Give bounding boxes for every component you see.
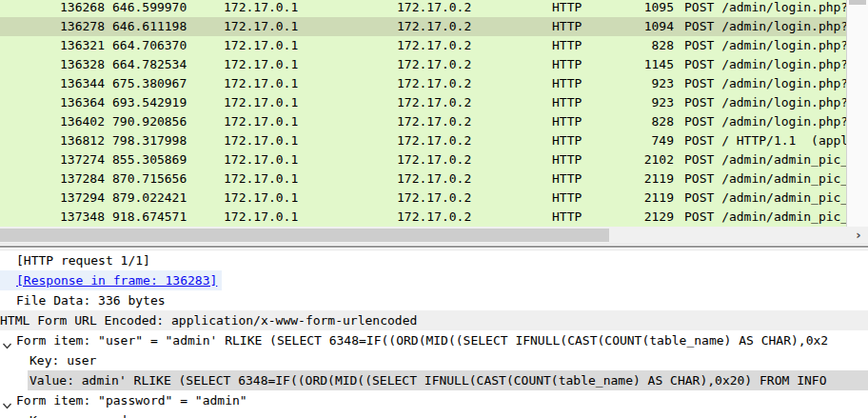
packet-info-cell: POST /admin/admin_pic_u (684, 189, 846, 208)
packet-time-cell: 870.715656 (112, 169, 187, 189)
packet-destination-cell: 172.17.0.2 (397, 112, 471, 131)
packet-length-cell: 1145 (562, 55, 674, 74)
packet-source-cell: 172.17.0.1 (224, 150, 298, 169)
packet-destination-cell: 172.17.0.2 (397, 169, 471, 189)
packet-length-cell: 2129 (562, 208, 674, 227)
packet-row[interactable]: 136321664.706370172.17.0.1172.17.0.2HTTP… (0, 36, 846, 55)
packet-no-cell: 136402 (0, 112, 105, 131)
packet-time-cell: 675.380967 (112, 74, 187, 93)
packet-row[interactable]: 137284870.715656172.17.0.1172.17.0.2HTTP… (0, 169, 846, 189)
detail-row[interactable]: File Data: 336 bytes (0, 290, 868, 310)
packet-no-cell: 137294 (0, 189, 105, 208)
packet-time-cell: 646.611198 (112, 17, 187, 36)
packet-no-cell: 136268 (0, 0, 105, 17)
chevron-down-icon[interactable] (2, 336, 12, 345)
packet-info-cell: POST /admin/login.php?a (684, 112, 846, 131)
packet-length-cell: 1094 (562, 17, 674, 36)
packet-time-cell: 855.305869 (112, 150, 187, 169)
packet-row[interactable]: 136278646.611198172.17.0.1172.17.0.2HTTP… (0, 17, 846, 36)
packet-list-rows: 136268646.599970172.17.0.1172.17.0.2HTTP… (0, 0, 846, 227)
detail-row[interactable]: Key: user (0, 350, 868, 370)
packet-info-cell: POST /admin/login.php?a (684, 74, 846, 93)
packet-time-cell: 918.674571 (112, 208, 187, 227)
packet-length-cell: 828 (562, 36, 674, 55)
packet-time-cell: 798.317998 (112, 131, 187, 150)
packet-time-cell: 879.022421 (112, 189, 187, 208)
packet-source-cell: 172.17.0.1 (224, 131, 298, 150)
packet-time-cell: 646.599970 (112, 0, 187, 17)
horizontal-scrollbar[interactable]: › (0, 227, 868, 244)
detail-row[interactable]: Form item: "password" = "admin" (0, 390, 868, 410)
packet-no-cell: 136321 (0, 36, 105, 55)
packet-info-cell: POST /admin/login.php?a (684, 55, 846, 74)
wireshark-window: 136268646.599970172.17.0.1172.17.0.2HTTP… (0, 0, 868, 418)
packet-length-cell: 2102 (562, 150, 674, 169)
packet-info-cell: POST /admin/login.php?a (684, 36, 846, 55)
packet-row[interactable]: 136268646.599970172.17.0.1172.17.0.2HTTP… (0, 0, 846, 17)
packet-info-cell: POST / HTTP/1.1 (appli (684, 131, 846, 150)
detail-row[interactable]: HTML Form URL Encoded: application/x-www… (0, 310, 868, 330)
packet-time-cell: 664.782534 (112, 55, 187, 74)
packet-row[interactable]: 136328664.782534172.17.0.1172.17.0.2HTTP… (0, 55, 846, 74)
packet-source-cell: 172.17.0.1 (224, 169, 298, 189)
packet-row[interactable]: 136402790.920856172.17.0.1172.17.0.2HTTP… (0, 112, 846, 131)
packet-length-cell: 749 (562, 131, 674, 150)
packet-no-cell: 136364 (0, 93, 105, 112)
packet-no-cell: 137348 (0, 208, 105, 227)
packet-info-cell: POST /admin/login.php?a (684, 0, 846, 17)
packet-time-cell: 664.706370 (112, 36, 187, 55)
packet-source-cell: 172.17.0.1 (224, 36, 298, 55)
packet-row[interactable]: 137274855.305869172.17.0.1172.17.0.2HTTP… (0, 150, 846, 169)
response-frame-link[interactable]: [Response in frame: 136283] (16, 273, 217, 288)
packet-no-cell: 136328 (0, 55, 105, 74)
packet-no-cell: 137274 (0, 150, 105, 169)
packet-destination-cell: 172.17.0.2 (397, 189, 471, 208)
detail-row[interactable]: Key: password (0, 410, 868, 418)
packet-length-cell: 2119 (562, 189, 674, 208)
packet-list-pane[interactable]: 136268646.599970172.17.0.1172.17.0.2HTTP… (0, 0, 846, 227)
packet-source-cell: 172.17.0.1 (224, 112, 298, 131)
packet-length-cell: 1095 (562, 0, 674, 17)
packet-length-cell: 923 (562, 93, 674, 112)
packet-time-cell: 790.920856 (112, 112, 187, 131)
packet-info-cell: POST /admin/login.php?a (684, 93, 846, 112)
vertical-scrollbar[interactable] (846, 0, 868, 227)
packet-destination-cell: 172.17.0.2 (397, 93, 471, 112)
packet-row[interactable]: 136344675.380967172.17.0.1172.17.0.2HTTP… (0, 74, 846, 93)
packet-info-cell: POST /admin/admin_pic_u (684, 150, 846, 169)
chevron-down-icon[interactable] (2, 396, 12, 405)
packet-details-pane[interactable]: [HTTP request 1/1][Response in frame: 13… (0, 250, 868, 418)
packet-row[interactable]: 136364693.542919172.17.0.1172.17.0.2HTTP… (0, 93, 846, 112)
packet-no-cell: 136278 (0, 17, 105, 36)
packet-source-cell: 172.17.0.1 (224, 17, 298, 36)
packet-row[interactable]: 137294879.022421172.17.0.1172.17.0.2HTTP… (0, 189, 846, 208)
packet-source-cell: 172.17.0.1 (224, 189, 298, 208)
detail-text: Key: user (30, 353, 96, 368)
packet-destination-cell: 172.17.0.2 (397, 36, 471, 55)
detail-row[interactable]: [HTTP request 1/1] (0, 250, 868, 270)
packet-no-cell: 137284 (0, 169, 105, 189)
detail-row[interactable]: Value: admin' RLIKE (SELECT 6348=IF((ORD… (0, 370, 868, 390)
detail-text: Value: admin' RLIKE (SELECT 6348=IF((ORD… (30, 373, 826, 388)
packet-source-cell: 172.17.0.1 (224, 55, 298, 74)
detail-text: Form item: "user" = "admin' RLIKE (SELEC… (16, 333, 828, 348)
packet-info-cell: POST /admin/admin_pic_u (684, 169, 846, 189)
detail-text: HTML Form URL Encoded: application/x-www… (0, 313, 417, 328)
packet-source-cell: 172.17.0.1 (224, 0, 298, 17)
packet-destination-cell: 172.17.0.2 (397, 55, 471, 74)
packet-info-cell: POST /admin/login.php?a (684, 17, 846, 36)
packet-row[interactable]: 136812798.317998172.17.0.1172.17.0.2HTTP… (0, 131, 846, 150)
packet-destination-cell: 172.17.0.2 (397, 17, 471, 36)
packet-length-cell: 828 (562, 112, 674, 131)
detail-text: File Data: 336 bytes (16, 293, 166, 308)
vertical-scrollbar-thumb[interactable] (849, 0, 866, 5)
packet-row[interactable]: 137348918.674571172.17.0.1172.17.0.2HTTP… (0, 208, 846, 227)
detail-text: Key: password (30, 413, 127, 418)
horizontal-scrollbar-thumb[interactable] (0, 229, 609, 242)
pane-splitter[interactable] (0, 244, 868, 250)
packet-source-cell: 172.17.0.1 (224, 74, 298, 93)
detail-row[interactable]: [Response in frame: 136283] (0, 270, 868, 290)
detail-row[interactable]: Form item: "user" = "admin' RLIKE (SELEC… (0, 330, 868, 350)
packet-info-cell: POST /admin/admin_pic_u (684, 208, 846, 227)
scroll-right-icon[interactable]: › (851, 227, 866, 244)
